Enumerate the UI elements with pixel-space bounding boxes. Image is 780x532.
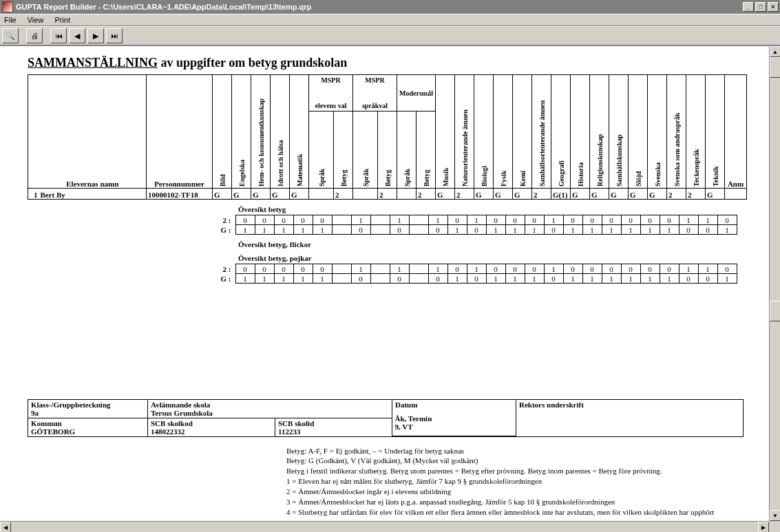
app-icon — [2, 1, 13, 12]
scroll-left-icon[interactable]: ◀ — [0, 522, 11, 532]
toolbar: 🔍 🖨 ⏮ ◀ ▶ ⏭ — [0, 26, 780, 45]
maximize-button[interactable]: □ — [755, 2, 766, 12]
col-kemi: Kemi — [518, 171, 526, 187]
menu-file[interactable]: File — [4, 16, 17, 24]
report-title: SAMMANSTÄLLNING av uppgifter om betyg gr… — [28, 56, 752, 70]
col-svenska: Svenska — [653, 162, 661, 187]
col-tecken: Teckenspråk — [692, 149, 699, 187]
col-sprak1: Språk — [317, 169, 325, 187]
col-biologi: Biologi — [480, 166, 487, 187]
grp-elevens: elevens val — [309, 102, 352, 109]
lbl-scbid: SCB skolid — [278, 419, 314, 427]
grades-table: Elevernas namn Personnummer Bild Engelsk… — [28, 74, 747, 200]
val-klass: 9a — [31, 409, 39, 417]
col-sva: Svenska som andraspråk — [673, 113, 680, 187]
grp-mspr1: MSPR — [309, 76, 352, 84]
val-scbid: 112233 — [278, 427, 300, 436]
overview-table: 2 :00000111010001000000110G :11111000101… — [208, 215, 737, 235]
col-bild: Bild — [218, 174, 226, 187]
prev-page-icon[interactable]: ◀ — [69, 28, 85, 43]
grp-mspr2: MSPR — [353, 76, 397, 84]
scroll-down-icon[interactable]: ▼ — [770, 510, 780, 521]
col-betyg2: Betyg — [383, 170, 391, 187]
overview-flickor: Översikt betyg, flickor — [238, 240, 752, 248]
col-so: Samhällsorienterande ämnen — [538, 100, 545, 187]
val-skola: Tersus Grundskola — [151, 409, 213, 417]
first-page-icon[interactable]: ⏮ — [50, 28, 67, 43]
vertical-scrollbar[interactable]: ▲ ▼ — [769, 46, 780, 521]
col-sprak2: Språk — [361, 169, 369, 187]
table-row: 1 Bert By 10000102-TF18 GGGGG222G2GGG2G(… — [28, 189, 747, 200]
lbl-skola: Avlämnande skola — [151, 401, 210, 409]
search-icon[interactable]: 🔍 — [2, 28, 19, 43]
lbl-klass: Klass-/Gruppbeteckning — [31, 401, 111, 409]
overview-title: Översikt betyg — [238, 205, 752, 213]
horizontal-scrollbar[interactable]: ◀ ▶ — [0, 521, 769, 532]
col-no: Naturorienterande ämnen — [461, 109, 468, 187]
scroll-thumb-inner[interactable] — [770, 301, 780, 321]
next-page-icon[interactable]: ▶ — [87, 28, 104, 43]
scroll-up-icon[interactable]: ▲ — [770, 46, 780, 57]
col-matematik: Matematik — [295, 154, 303, 187]
col-betyg1: Betyg — [339, 170, 347, 187]
col-hem: Hem- och konsumentkunskap — [257, 98, 264, 187]
col-historia: Historia — [576, 162, 584, 187]
val-scbkod: 148022332 — [151, 427, 185, 436]
grp-modersmal: Modersmål — [399, 89, 433, 97]
titlebar: GUPTA Report Builder - C:\Users\CLARA~1.… — [0, 0, 780, 14]
minimize-button[interactable]: _ — [743, 2, 754, 12]
lbl-rektor: Rektors underskrift — [519, 401, 584, 409]
col-anm: Anm — [725, 75, 747, 189]
scroll-thumb[interactable] — [770, 57, 780, 78]
overview-pojkar-table: 2 :00000111010001000000110G :11111000101… — [208, 264, 737, 284]
col-teknik: Teknik — [711, 166, 719, 187]
lbl-scbkod: SCB skolkod — [151, 419, 193, 427]
print-icon[interactable]: 🖨 — [26, 28, 43, 43]
cell-name: Bert By — [39, 189, 147, 200]
last-page-icon[interactable]: ⏭ — [106, 28, 123, 43]
col-idrott: Idrott och hälsa — [276, 140, 284, 187]
window-title: GUPTA Report Builder - C:\Users\CLARA~1.… — [16, 3, 741, 11]
col-sprak3: Språk — [403, 169, 410, 187]
lbl-datum: Datum — [395, 401, 417, 409]
cell-pn: 10000102-TF18 — [147, 189, 213, 200]
col-fysik: Fysik — [499, 171, 507, 187]
val-kommun: GÖTEBORG — [31, 427, 75, 436]
val-ak: 9, VT — [395, 423, 413, 431]
col-pn: Personnummer — [147, 75, 213, 189]
grp-sprakval: språkval — [353, 102, 397, 109]
menu-print[interactable]: Print — [54, 16, 70, 24]
report-page: SAMMANSTÄLLNING av uppgifter om betyg gr… — [0, 46, 769, 517]
col-musik: Musik — [441, 168, 449, 187]
legend: Betyg: A-F, F = Ej godkänt, – = Underlag… — [286, 446, 752, 518]
scroll-right-icon[interactable]: ▶ — [758, 522, 769, 532]
overview-pojkar: Översikt betyg, pojkar — [238, 254, 752, 262]
menubar: File View Print — [0, 14, 780, 26]
col-name: Elevernas namn — [39, 75, 147, 189]
col-geografi: Geografi — [557, 160, 565, 187]
close-button[interactable]: × — [768, 2, 779, 12]
col-religion: Religionskunskap — [595, 134, 603, 187]
col-samkun: Samhällskunskap — [615, 134, 622, 187]
menu-view[interactable]: View — [28, 16, 44, 24]
col-betyg3: Betyg — [422, 170, 430, 187]
col-slojd: Slöjd — [634, 171, 642, 187]
col-engelska: Engelska — [238, 160, 245, 187]
lbl-ak: Åk, Termin — [395, 414, 432, 423]
lbl-kommun: Kommun — [31, 419, 62, 427]
